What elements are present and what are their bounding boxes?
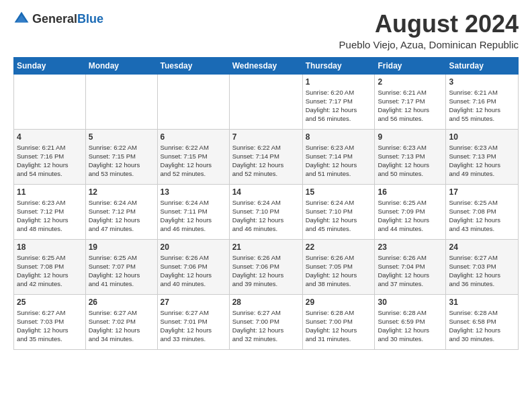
day-number: 2 (378, 77, 443, 87)
table-row: 25Sunrise: 6:27 AM Sunset: 7:03 PM Dayli… (14, 294, 86, 349)
day-info: Sunrise: 6:23 AM Sunset: 7:13 PM Dayligh… (449, 143, 515, 179)
day-number: 7 (232, 132, 300, 142)
day-number: 15 (306, 187, 372, 197)
table-row: 27Sunrise: 6:27 AM Sunset: 7:01 PM Dayli… (157, 294, 229, 349)
table-row: 24Sunrise: 6:27 AM Sunset: 7:03 PM Dayli… (446, 239, 519, 294)
day-info: Sunrise: 6:23 AM Sunset: 7:12 PM Dayligh… (17, 198, 83, 234)
day-number: 1 (306, 77, 372, 87)
day-info: Sunrise: 6:25 AM Sunset: 7:07 PM Dayligh… (89, 253, 154, 289)
day-number: 30 (378, 298, 443, 307)
day-number: 11 (17, 187, 83, 197)
logo-text-general: General (32, 12, 77, 26)
day-number: 16 (378, 187, 443, 197)
table-row: 28Sunrise: 6:27 AM Sunset: 7:00 PM Dayli… (229, 294, 302, 349)
table-row: 14Sunrise: 6:24 AM Sunset: 7:10 PM Dayli… (229, 184, 302, 239)
day-info: Sunrise: 6:23 AM Sunset: 7:14 PM Dayligh… (306, 143, 372, 179)
page: GeneralBlue August 2024 Pueblo Viejo, Az… (0, 0, 532, 411)
day-number: 26 (89, 298, 154, 307)
table-row: 16Sunrise: 6:25 AM Sunset: 7:09 PM Dayli… (375, 184, 446, 239)
day-number: 9 (378, 132, 443, 142)
day-info: Sunrise: 6:20 AM Sunset: 7:17 PM Dayligh… (306, 88, 372, 124)
day-number: 5 (89, 132, 154, 142)
day-info: Sunrise: 6:24 AM Sunset: 7:11 PM Dayligh… (161, 198, 226, 234)
calendar-week-5: 25Sunrise: 6:27 AM Sunset: 7:03 PM Dayli… (14, 294, 519, 349)
day-number: 12 (89, 187, 154, 197)
day-number: 17 (449, 187, 515, 197)
col-thursday: Thursday (302, 57, 375, 74)
day-info: Sunrise: 6:27 AM Sunset: 7:00 PM Dayligh… (232, 308, 300, 344)
day-info: Sunrise: 6:25 AM Sunset: 7:08 PM Dayligh… (17, 253, 83, 289)
table-row: 23Sunrise: 6:26 AM Sunset: 7:04 PM Dayli… (375, 239, 446, 294)
day-number: 23 (378, 242, 443, 252)
table-row: 31Sunrise: 6:28 AM Sunset: 6:58 PM Dayli… (446, 294, 519, 349)
table-row: 21Sunrise: 6:26 AM Sunset: 7:06 PM Dayli… (229, 239, 302, 294)
day-info: Sunrise: 6:25 AM Sunset: 7:08 PM Dayligh… (449, 198, 515, 234)
day-info: Sunrise: 6:28 AM Sunset: 7:00 PM Dayligh… (306, 308, 372, 344)
logo-text-blue: Blue (77, 12, 103, 26)
day-number: 10 (449, 132, 515, 142)
day-info: Sunrise: 6:24 AM Sunset: 7:10 PM Dayligh… (306, 198, 372, 234)
calendar-week-1: 1Sunrise: 6:20 AM Sunset: 7:17 PM Daylig… (14, 74, 519, 129)
day-info: Sunrise: 6:21 AM Sunset: 7:16 PM Dayligh… (449, 88, 515, 124)
day-info: Sunrise: 6:24 AM Sunset: 7:12 PM Dayligh… (89, 198, 154, 234)
table-row (157, 74, 229, 129)
col-monday: Monday (85, 57, 157, 74)
day-info: Sunrise: 6:21 AM Sunset: 7:17 PM Dayligh… (378, 88, 443, 124)
calendar-week-4: 18Sunrise: 6:25 AM Sunset: 7:08 PM Dayli… (14, 239, 519, 294)
table-row: 1Sunrise: 6:20 AM Sunset: 7:17 PM Daylig… (302, 74, 375, 129)
day-info: Sunrise: 6:28 AM Sunset: 6:58 PM Dayligh… (449, 308, 515, 344)
day-number: 8 (306, 132, 372, 142)
day-info: Sunrise: 6:22 AM Sunset: 7:15 PM Dayligh… (89, 143, 154, 179)
day-number: 4 (17, 132, 83, 142)
day-info: Sunrise: 6:22 AM Sunset: 7:14 PM Dayligh… (232, 143, 300, 179)
day-number: 13 (161, 187, 226, 197)
table-row: 18Sunrise: 6:25 AM Sunset: 7:08 PM Dayli… (14, 239, 86, 294)
day-number: 3 (449, 77, 515, 87)
day-number: 28 (232, 298, 300, 307)
table-row: 9Sunrise: 6:23 AM Sunset: 7:13 PM Daylig… (375, 129, 446, 184)
col-tuesday: Tuesday (157, 57, 229, 74)
table-row: 22Sunrise: 6:26 AM Sunset: 7:05 PM Dayli… (302, 239, 375, 294)
day-info: Sunrise: 6:24 AM Sunset: 7:10 PM Dayligh… (232, 198, 300, 234)
table-row: 13Sunrise: 6:24 AM Sunset: 7:11 PM Dayli… (157, 184, 229, 239)
day-number: 18 (17, 242, 83, 252)
title-section: August 2024 Pueblo Viejo, Azua, Dominica… (339, 11, 519, 50)
calendar-table: Sunday Monday Tuesday Wednesday Thursday… (13, 57, 519, 350)
table-row: 6Sunrise: 6:22 AM Sunset: 7:15 PM Daylig… (157, 129, 229, 184)
day-number: 22 (306, 242, 372, 252)
table-row: 7Sunrise: 6:22 AM Sunset: 7:14 PM Daylig… (229, 129, 302, 184)
table-row: 20Sunrise: 6:26 AM Sunset: 7:06 PM Dayli… (157, 239, 229, 294)
day-number: 6 (161, 132, 226, 142)
day-number: 31 (449, 298, 515, 307)
day-number: 29 (306, 298, 372, 307)
table-row: 26Sunrise: 6:27 AM Sunset: 7:02 PM Dayli… (85, 294, 157, 349)
day-number: 19 (89, 242, 154, 252)
col-wednesday: Wednesday (229, 57, 302, 74)
location: Pueblo Viejo, Azua, Dominican Republic (339, 39, 519, 50)
header: GeneralBlue August 2024 Pueblo Viejo, Az… (13, 11, 519, 50)
day-info: Sunrise: 6:27 AM Sunset: 7:01 PM Dayligh… (161, 308, 226, 344)
day-number: 27 (161, 298, 226, 307)
month-year: August 2024 (339, 11, 519, 38)
table-row: 10Sunrise: 6:23 AM Sunset: 7:13 PM Dayli… (446, 129, 519, 184)
calendar-header-row: Sunday Monday Tuesday Wednesday Thursday… (14, 57, 519, 74)
logo: GeneralBlue (13, 11, 103, 27)
day-info: Sunrise: 6:22 AM Sunset: 7:15 PM Dayligh… (161, 143, 226, 179)
day-info: Sunrise: 6:26 AM Sunset: 7:06 PM Dayligh… (161, 253, 226, 289)
day-info: Sunrise: 6:23 AM Sunset: 7:13 PM Dayligh… (378, 143, 443, 179)
table-row (229, 74, 302, 129)
day-number: 14 (232, 187, 300, 197)
table-row (85, 74, 157, 129)
day-number: 25 (17, 298, 83, 307)
day-info: Sunrise: 6:25 AM Sunset: 7:09 PM Dayligh… (378, 198, 443, 234)
logo-icon (13, 11, 30, 27)
table-row: 2Sunrise: 6:21 AM Sunset: 7:17 PM Daylig… (375, 74, 446, 129)
table-row: 19Sunrise: 6:25 AM Sunset: 7:07 PM Dayli… (85, 239, 157, 294)
table-row: 11Sunrise: 6:23 AM Sunset: 7:12 PM Dayli… (14, 184, 86, 239)
day-info: Sunrise: 6:21 AM Sunset: 7:16 PM Dayligh… (17, 143, 83, 179)
table-row: 3Sunrise: 6:21 AM Sunset: 7:16 PM Daylig… (446, 74, 519, 129)
calendar-week-3: 11Sunrise: 6:23 AM Sunset: 7:12 PM Dayli… (14, 184, 519, 239)
day-info: Sunrise: 6:28 AM Sunset: 6:59 PM Dayligh… (378, 308, 443, 344)
calendar-week-2: 4Sunrise: 6:21 AM Sunset: 7:16 PM Daylig… (14, 129, 519, 184)
table-row: 8Sunrise: 6:23 AM Sunset: 7:14 PM Daylig… (302, 129, 375, 184)
